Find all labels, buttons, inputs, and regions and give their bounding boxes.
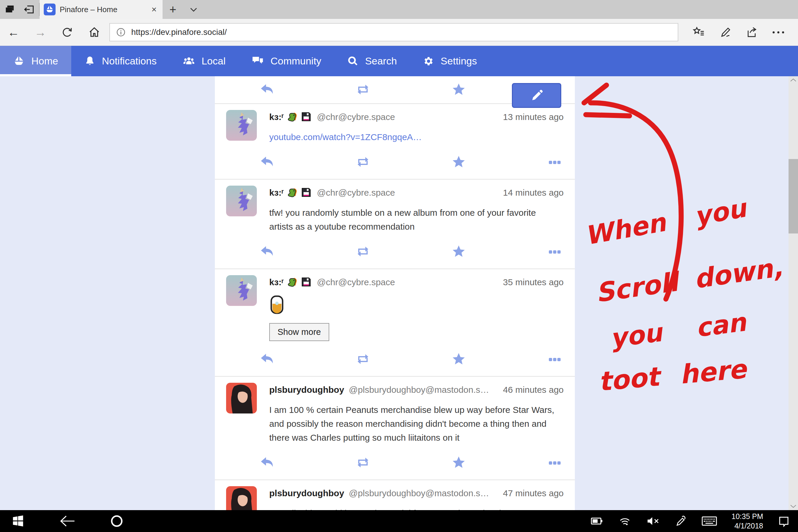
cortana-button[interactable] [110,514,124,528]
toot-content: Show more [269,295,554,341]
toot-timestamp[interactable]: 13 minutes ago [497,112,564,122]
more-button[interactable] [547,351,563,367]
volume-muted-icon[interactable] [646,515,660,527]
touch-keyboard-icon[interactable] [701,515,717,527]
dragon-emoji [287,111,298,123]
favorite-button[interactable] [451,154,467,170]
favorite-button[interactable] [451,81,467,97]
toot[interactable]: kз:ʳ @chr@cybre.space 13 minutes ago you… [215,104,575,180]
refresh-button[interactable] [54,19,81,46]
set-tabs-aside-button[interactable] [19,0,39,19]
avatar[interactable] [226,110,257,141]
set-aside-icon [23,3,35,15]
favorite-button[interactable] [451,244,467,260]
battery-icon[interactable] [590,515,604,527]
compose-toot-button[interactable] [512,83,561,108]
author-handle[interactable]: @plsburydoughboy@mastodon.s… [349,488,489,498]
nav-item-settings[interactable]: Settings [410,46,490,76]
author-name[interactable]: kз:ʳ [269,188,284,198]
back-button[interactable]: ← [0,19,27,46]
author-handle[interactable]: @chr@cybre.space [317,188,395,198]
tab-close-icon[interactable]: × [150,4,158,15]
scrollbar-thumb[interactable] [788,159,798,233]
toot-timestamp[interactable]: 47 minutes ago [497,488,564,498]
favorite-button[interactable] [451,455,467,471]
toot-content: Actually this would be good material for… [269,506,554,510]
home-button[interactable] [81,19,108,46]
toot-content: youtube.com/watch?v=1ZCF8ngqeA… [269,130,554,144]
tab-preview-button[interactable] [0,0,19,19]
nav-label: Notifications [102,55,157,67]
start-button[interactable] [12,515,24,527]
toot-link[interactable]: youtube.com/watch?v=1ZCF8ngqeA… [269,132,422,142]
taskbar-clock[interactable]: 10:35 PM 4/1/2018 [732,512,763,531]
reply-button[interactable] [259,81,274,97]
nav-label: Community [270,55,321,67]
nav-item-local[interactable]: Local [170,46,239,76]
favorite-button[interactable] [451,351,467,367]
toot[interactable]: kз:ʳ @chr@cybre.space 35 minutes ago Sho… [215,269,575,377]
nav-item-search[interactable]: Search [334,46,410,76]
toot-action-bar [259,455,563,471]
boost-button[interactable] [355,244,370,260]
boost-button[interactable] [355,81,370,97]
reply-button[interactable] [259,351,274,367]
site-info-icon[interactable] [116,27,126,37]
forward-button: → [27,19,54,46]
windows-logo-icon [12,515,24,527]
nav-item-notifications[interactable]: Notifications [71,46,170,76]
avatar[interactable] [226,383,257,414]
toot-timestamp[interactable]: 35 minutes ago [497,277,564,287]
web-note-button[interactable] [719,26,732,39]
show-more-button[interactable]: Show more [269,323,329,341]
author-handle[interactable]: @chr@cybre.space [317,277,395,287]
page-scrollbar[interactable] [788,76,798,510]
action-center-icon[interactable] [777,515,790,527]
tab-list-chevron-icon[interactable] [183,0,204,19]
author-handle[interactable]: @chr@cybre.space [317,112,395,122]
boost-button[interactable] [355,455,370,471]
pen-icon[interactable] [674,515,687,527]
sailboat-icon [13,55,25,67]
avatar[interactable] [226,275,257,306]
scrollbar-down-chevron-icon[interactable] [790,504,797,508]
nav-item-community[interactable]: Community [239,46,334,76]
browser-tab[interactable]: Pinafore – Home × [40,0,163,19]
settings-more-icon[interactable] [773,31,784,33]
gear-icon [423,56,434,67]
bell-icon [84,56,95,67]
toot-partial[interactable] [215,76,575,104]
avatar[interactable] [226,186,257,216]
toot[interactable]: kз:ʳ @chr@cybre.space 14 minutes ago tfw… [215,180,575,269]
nav-item-home[interactable]: Home [0,46,71,76]
toot-header: plsburydoughboy @plsburydoughboy@mastodo… [269,383,564,397]
reply-button[interactable] [259,455,274,471]
toot-timestamp[interactable]: 46 minutes ago [497,385,564,395]
more-button[interactable] [547,455,563,471]
reply-button[interactable] [259,154,274,170]
floppy-disk-emoji [301,111,312,123]
author-name[interactable]: kз:ʳ [269,112,284,122]
author-name[interactable]: plsburydoughboy [269,385,344,395]
scrollbar-up-chevron-icon[interactable] [790,78,797,82]
author-name[interactable]: plsburydoughboy [269,488,344,498]
taskbar-back-button[interactable] [59,515,75,527]
boost-button[interactable] [355,154,370,170]
more-button[interactable] [547,154,563,170]
toot[interactable]: plsburydoughboy @plsburydoughboy@mastodo… [215,377,575,480]
wifi-icon[interactable] [618,515,632,527]
clock-date: 4/1/2018 [732,521,763,531]
reply-button[interactable] [259,244,274,260]
author-handle[interactable]: @plsburydoughboy@mastodon.s… [349,385,489,395]
toot[interactable]: plsburydoughboy @plsburydoughboy@mastodo… [215,480,575,510]
address-bar[interactable]: https://dev.pinafore.social/ [109,23,678,41]
new-tab-button[interactable]: + [163,0,183,19]
hub-favorites-button[interactable] [692,26,705,39]
author-name[interactable]: kз:ʳ [269,277,284,287]
boost-button[interactable] [355,351,370,367]
avatar[interactable] [226,486,257,510]
toot-timestamp[interactable]: 14 minutes ago [497,188,564,198]
share-button[interactable] [746,26,759,39]
more-button[interactable] [547,244,563,260]
url-text[interactable]: https://dev.pinafore.social/ [131,27,227,37]
